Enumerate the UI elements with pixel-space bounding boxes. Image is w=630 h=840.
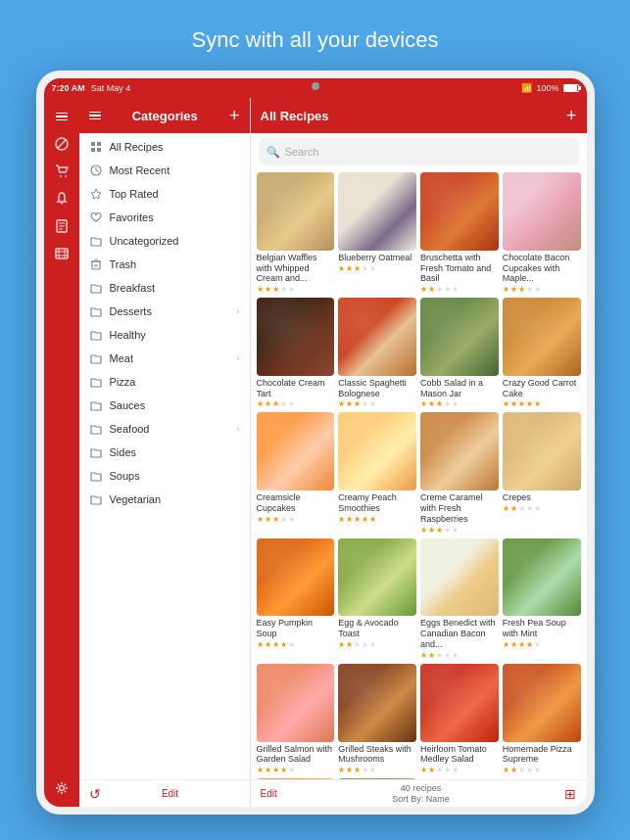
sidebar-item-healthy[interactable]: Healthy [79,323,250,347]
recipe-card[interactable]: Homemade Pizza Supreme★★★★★ [503,664,581,774]
status-time: 7:20 AM [52,83,85,93]
rail-book-icon[interactable] [51,215,73,237]
recipe-card[interactable]: Easy Pumpkin Soup★★★★★ [257,538,335,660]
rail-bell-icon[interactable] [51,188,73,210]
desserts-label: Desserts [110,305,230,317]
vegetarian-icon [89,492,103,506]
recipe-card[interactable]: Blueberry Oatmeal★★★★★ [338,172,416,294]
recipe-card[interactable] [338,778,416,779]
rail-gear-icon[interactable] [51,777,73,799]
sidebar-item-pizza[interactable]: Pizza [79,370,250,394]
svg-marker-19 [91,189,101,199]
recipe-title: Egg & Avocado Toast [338,618,416,639]
recipe-title: Homemade Pizza Supreme [503,744,581,766]
healthy-icon [89,328,103,342]
star-empty-icon: ★ [526,504,533,513]
sidebar-item-sauces[interactable]: Sauces [79,394,250,417]
star-empty-icon: ★ [436,651,443,660]
sidebar-item-desserts[interactable]: Desserts› [79,300,250,323]
recipe-card[interactable]: Eggs Benedict with Canadian Bacon and...… [420,538,499,660]
footer-edit-button[interactable]: Edit [261,788,277,799]
star-empty-icon: ★ [280,285,287,294]
rail-home-icon[interactable] [51,106,73,127]
recipe-card[interactable]: Chocolate Cream Tart★★★★★ [257,298,335,408]
recipe-card[interactable]: Belgian Waffles with Whipped Cream and..… [257,172,335,294]
sidebar-edit-button[interactable]: Edit [101,788,240,799]
sauces-icon [89,398,103,412]
footer-grid-icon[interactable]: ⊞ [564,786,576,802]
sidebar-item-trash[interactable]: Trash [79,253,250,276]
star-filled-icon: ★ [272,285,279,294]
sidebar-item-uncategorized[interactable]: Uncategorized [79,229,250,253]
recipe-title: Fresh Pea Soup with Mint [503,618,581,639]
sidebar-item-favorites[interactable]: Favorites [79,206,250,229]
sidebar-menu-icon[interactable] [89,112,101,120]
recipe-card[interactable]: Creme Caramel with Fresh Raspberries★★★★… [420,412,499,534]
star-empty-icon: ★ [534,640,541,649]
sidebar-item-meat[interactable]: Meat› [79,347,250,370]
star-empty-icon: ★ [288,640,295,649]
sidebar-item-top-rated[interactable]: Top Rated [79,182,250,206]
sidebar-item-vegetarian[interactable]: Vegetarian [79,488,250,511]
recipe-stars: ★★★★★ [338,515,416,524]
rail-ban-icon[interactable] [51,133,73,155]
trash-label: Trash [110,258,240,270]
recipe-card[interactable]: Classic Spaghetti Bolognese★★★★★ [338,298,416,408]
recipe-card[interactable]: Egg & Avocado Toast★★★★★ [338,538,416,660]
svg-point-13 [59,786,64,791]
recipe-thumbnail [503,538,581,617]
sidebar-item-all-recipes[interactable]: All Recipes [79,135,250,159]
favorites-icon [89,210,103,224]
seafood-label: Seafood [110,423,230,435]
device-camera [312,82,319,90]
recipe-stars: ★★★★★ [257,399,335,408]
recipe-card[interactable]: Crazy Good Carrot Cake★★★★★ [503,298,581,408]
rail-film-icon[interactable] [51,243,73,264]
sidebar-refresh-icon[interactable]: ↺ [89,786,101,802]
sidebar-item-sides[interactable]: Sides [79,441,250,464]
recipe-card[interactable]: Creamy Peach Smoothies★★★★★ [338,412,416,534]
recipe-card[interactable]: Cobb Salad in a Mason Jar★★★★★ [420,298,499,408]
star-filled-icon: ★ [503,640,509,649]
star-filled-icon: ★ [338,515,345,524]
svg-rect-15 [97,142,101,146]
recipe-card[interactable]: Grilled Steaks with Mushrooms★★★★★ [338,664,416,774]
recipe-card[interactable] [257,778,335,779]
star-filled-icon: ★ [510,766,517,774]
star-empty-icon: ★ [452,766,459,774]
star-filled-icon: ★ [510,285,517,294]
soups-icon [89,469,103,483]
recipe-card[interactable]: Creamsicle Cupcakes★★★★★ [257,412,335,534]
star-empty-icon: ★ [444,526,451,535]
recipe-card[interactable]: Bruschetta with Fresh Tomato and Basil★★… [420,172,499,294]
recipe-card[interactable]: Chocolate Bacon Cupcakes with Maple...★★… [503,172,581,294]
star-filled-icon: ★ [354,399,361,408]
recipe-card[interactable]: Fresh Pea Soup with Mint★★★★★ [503,538,581,660]
recipe-stars: ★★★★★ [338,766,416,774]
star-filled-icon: ★ [420,285,427,294]
recipe-stars: ★★★★★ [257,766,335,774]
star-filled-icon: ★ [518,399,525,408]
rail-cart-icon[interactable] [51,161,73,182]
star-filled-icon: ★ [510,504,517,513]
sidebar-item-breakfast[interactable]: Breakfast [79,276,250,300]
recipe-card[interactable]: Crepes★★★★★ [503,412,581,534]
main-add-button[interactable]: + [566,106,577,126]
sidebar-item-soups[interactable]: Soups [79,464,250,488]
sidebar-add-button[interactable]: + [229,106,240,126]
search-bar[interactable]: 🔍 Search [259,138,579,165]
recipe-thumbnail [338,778,416,779]
recipe-card[interactable]: Grilled Salmon with Garden Salad★★★★★ [257,664,335,774]
recipe-title: Chocolate Cream Tart [257,378,335,399]
star-empty-icon: ★ [362,766,368,774]
recipes-grid: Belgian Waffles with Whipped Cream and..… [251,170,587,779]
recipe-card[interactable]: Heirloom Tomato Medley Salad★★★★★ [420,664,499,774]
device-screen: 7:20 AM Sat May 4 📶 100% [44,78,587,807]
star-empty-icon: ★ [362,264,368,273]
star-empty-icon: ★ [526,766,533,774]
sidebar-item-most-recent[interactable]: Most Recent [79,159,250,182]
star-filled-icon: ★ [420,651,427,660]
sidebar-item-seafood[interactable]: Seafood› [79,417,250,441]
sides-label: Sides [110,446,240,458]
main-header: All Recipes + [251,98,587,133]
